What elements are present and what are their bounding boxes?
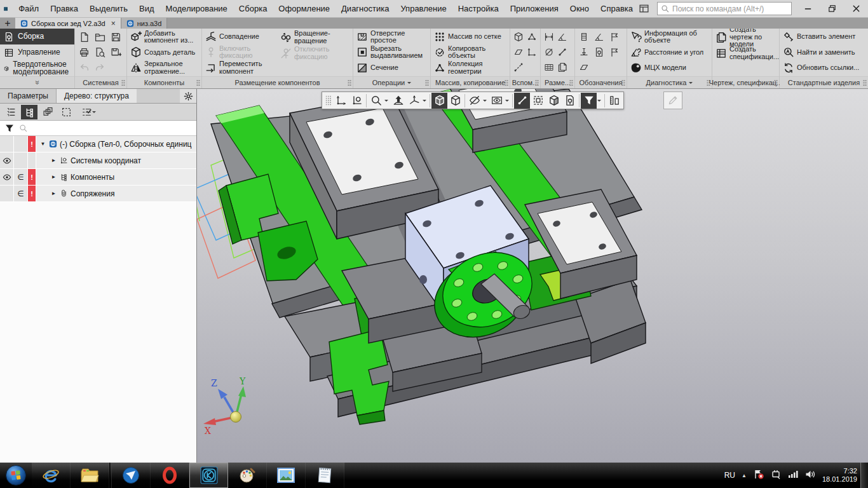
show-desktop-button[interactable] [860, 463, 868, 488]
viewport-3d[interactable]: X Y Z [197, 89, 868, 463]
warning-badge[interactable]: ! [28, 136, 36, 152]
tree-by-order-button[interactable] [3, 105, 19, 119]
mode-solid-modeling[interactable]: Твердотельное моделирование [0, 60, 74, 76]
dim-sheet-button[interactable] [555, 60, 569, 75]
tree-filter-button[interactable] [0, 121, 19, 135]
orientation-triad[interactable]: X Y Z [203, 376, 246, 436]
taskbar-photo-viewer[interactable] [267, 463, 306, 488]
refresh-links-button[interactable]: Обновить ссылки... [781, 60, 861, 76]
menu-layout[interactable]: Оформление [273, 2, 336, 15]
coincide-button[interactable]: Совпадение [203, 29, 278, 44]
save-button[interactable] [108, 29, 124, 44]
menu-settings[interactable]: Настройка [452, 2, 505, 15]
group-grip[interactable] [121, 79, 125, 86]
tab-close-icon[interactable]: × [111, 19, 116, 28]
notation-marked-plane-button[interactable] [576, 60, 592, 75]
quick-dimension-button[interactable] [606, 93, 622, 109]
aux-points-button[interactable] [525, 29, 538, 44]
rotation-rotation-button[interactable]: Вращение-вращение [278, 29, 351, 45]
dim-diameter-button[interactable] [542, 44, 555, 60]
find-replace-button[interactable]: Найти и заменить [781, 44, 861, 60]
panel-settings-button[interactable] [180, 89, 196, 103]
group-grip[interactable] [348, 79, 351, 86]
group-grip[interactable] [196, 79, 200, 86]
tree-display-options-button[interactable] [76, 105, 100, 119]
taskbar-thunderbird[interactable] [112, 463, 151, 488]
group-grip[interactable] [535, 79, 539, 86]
group-grip[interactable] [863, 79, 867, 86]
close-button[interactable] [848, 2, 864, 16]
menu-diagnostics[interactable]: Диагностика [336, 2, 395, 15]
enable-fix-button[interactable]: Включить фиксацию [203, 44, 278, 60]
taskbar-opera[interactable] [151, 463, 189, 488]
cut-extrude-button[interactable]: Вырезать выдавливанием [355, 44, 429, 60]
network-icon[interactable] [788, 470, 799, 481]
mirror-button[interactable]: Зеркальное отражение... [128, 60, 200, 76]
toolbar-drag-handle[interactable] [325, 95, 331, 106]
new-document-button[interactable] [76, 29, 92, 44]
tab-parameters[interactable]: Параметры [0, 89, 56, 103]
dim-radial-button[interactable] [555, 44, 569, 60]
hide-dropdown-caret[interactable] [483, 100, 487, 104]
expand-caret-icon[interactable]: ▼ [39, 141, 46, 147]
undo-button[interactable] [76, 60, 92, 75]
app-logo-icon[interactable] [4, 2, 8, 16]
redo-button[interactable] [92, 60, 108, 75]
notation-eleader-button[interactable] [607, 29, 622, 44]
ribbon-collapse[interactable]: « [0, 76, 74, 88]
tray-expand-icon[interactable]: ▲ [742, 473, 747, 478]
print-button[interactable] [76, 44, 92, 60]
model-canvas[interactable]: X Y Z [197, 89, 867, 463]
menu-applications[interactable]: Приложения [505, 2, 564, 15]
mass-properties-button[interactable]: МЦХ модели [628, 60, 710, 76]
notation-thread-button[interactable] [576, 29, 592, 44]
preview-button[interactable] [92, 44, 108, 60]
measure-button[interactable] [514, 93, 530, 109]
tree-row-root[interactable]: ! ▼ (-) Сборка (Тел-0, Сборочных единиц [0, 136, 196, 152]
taskbar-internet-explorer[interactable] [32, 463, 71, 488]
filter-dropdown-caret[interactable] [597, 100, 601, 104]
taskbar-kompas[interactable] [189, 463, 228, 488]
geometry-collection-button[interactable]: Коллекция геометрии [432, 60, 508, 76]
volume-icon[interactable] [805, 470, 816, 482]
menu-modeling[interactable]: Моделирование [160, 2, 233, 15]
start-button[interactable] [0, 463, 32, 488]
create-part-button[interactable]: Создать деталь [128, 44, 200, 60]
sketch-pencil-button[interactable] [663, 92, 682, 109]
window-layout-icon[interactable] [639, 3, 649, 14]
collapsed-caret-icon[interactable]: ► [50, 191, 57, 196]
menu-assembly[interactable]: Сборка [233, 2, 273, 15]
notation-datum-button[interactable] [576, 44, 592, 60]
mode-assembly[interactable]: Сборка [0, 29, 74, 44]
display-wireframe-button[interactable] [447, 93, 463, 109]
tree-row-components[interactable]: ∈ ! ► Компоненты [0, 169, 196, 186]
scene-settings-button[interactable] [562, 93, 578, 109]
menu-window[interactable]: Окно [564, 2, 595, 15]
filter-button[interactable] [581, 93, 597, 109]
aux-plane3d-button[interactable] [512, 29, 525, 44]
dim-table-button[interactable] [542, 60, 555, 75]
menu-file[interactable]: Файл [13, 2, 44, 15]
notation-stamp-button[interactable] [592, 44, 607, 60]
menu-management[interactable]: Управление [395, 2, 452, 15]
visibility-toggle[interactable] [0, 169, 14, 185]
group-dropdown-caret[interactable] [689, 82, 693, 86]
zoom-dropdown-caret[interactable] [384, 100, 388, 104]
warning-badge[interactable]: ! [28, 169, 36, 185]
menu-edit[interactable]: Правка [44, 2, 84, 15]
notation-leader-button[interactable] [592, 29, 607, 44]
mode-management[interactable]: Управление [0, 44, 74, 60]
collapsed-caret-icon[interactable]: ► [50, 174, 57, 180]
display-shaded-button[interactable] [431, 93, 447, 109]
command-search[interactable] [657, 2, 792, 15]
sketch-cs-button[interactable] [333, 93, 349, 109]
removable-device-icon[interactable] [771, 469, 782, 482]
tab-assembly-document[interactable]: Сборка оси зед V2.a3d × [15, 18, 121, 29]
taskbar-notepad[interactable] [306, 463, 344, 488]
tree-selection-button[interactable] [58, 105, 74, 119]
aux-axis-button[interactable] [512, 60, 525, 75]
taskbar-paint[interactable] [228, 463, 267, 488]
create-spec-button[interactable]: Создать спецификаци... [714, 45, 781, 61]
menu-help[interactable]: Справка [595, 2, 639, 15]
insert-element-button[interactable]: Вставить элемент [781, 29, 861, 44]
